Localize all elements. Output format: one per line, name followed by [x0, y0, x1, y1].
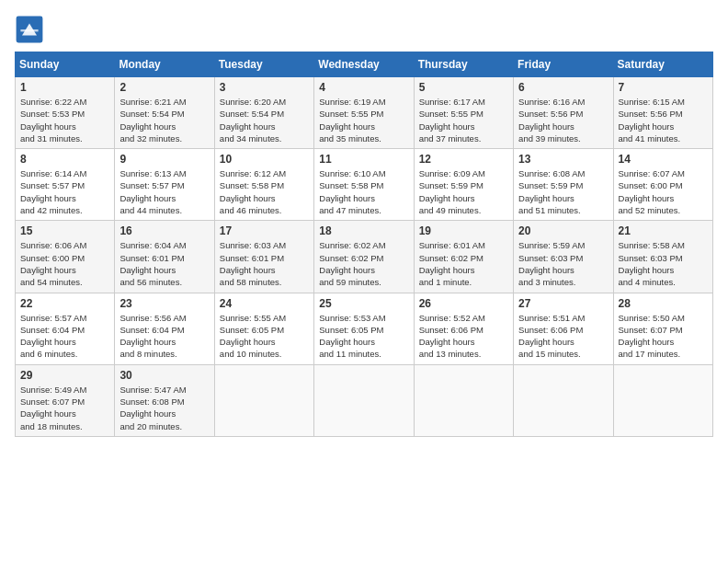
- day-number: 20: [518, 224, 608, 237]
- weekday-header-monday: Monday: [115, 52, 214, 77]
- day-info: Sunrise: 5:51 AMSunset: 6:06 PMDaylight …: [518, 312, 608, 361]
- day-info: Sunrise: 6:09 AMSunset: 5:59 PMDaylight …: [419, 167, 508, 216]
- calendar-cell: 11Sunrise: 6:10 AMSunset: 5:58 PMDayligh…: [314, 149, 414, 221]
- calendar-cell: 18Sunrise: 6:02 AMSunset: 6:02 PMDayligh…: [314, 221, 414, 293]
- day-number: 23: [119, 297, 209, 310]
- calendar-cell: 15Sunrise: 6:06 AMSunset: 6:00 PMDayligh…: [16, 221, 115, 293]
- day-info: Sunrise: 6:17 AMSunset: 5:55 PMDaylight …: [419, 96, 508, 144]
- day-number: 8: [20, 153, 109, 166]
- day-number: 26: [419, 297, 508, 310]
- day-info: Sunrise: 5:53 AMSunset: 6:05 PMDaylight …: [319, 312, 408, 361]
- day-number: 29: [20, 369, 109, 382]
- calendar-cell: 19Sunrise: 6:01 AMSunset: 6:02 PMDayligh…: [414, 221, 513, 293]
- day-number: 10: [220, 153, 309, 166]
- day-number: 15: [20, 224, 109, 237]
- calendar-cell: 28Sunrise: 5:50 AMSunset: 6:07 PMDayligh…: [613, 293, 712, 364]
- day-number: 1: [20, 81, 109, 94]
- calendar-cell: 24Sunrise: 5:55 AMSunset: 6:05 PMDayligh…: [214, 293, 313, 364]
- day-number: 28: [619, 297, 708, 310]
- weekday-header-thursday: Thursday: [414, 52, 513, 77]
- calendar-cell: 20Sunrise: 5:59 AMSunset: 6:03 PMDayligh…: [514, 221, 613, 293]
- page-header: [15, 15, 713, 44]
- day-info: Sunrise: 6:15 AMSunset: 5:56 PMDaylight …: [619, 96, 708, 144]
- calendar-cell: [514, 364, 613, 436]
- day-info: Sunrise: 5:59 AMSunset: 6:03 PMDaylight …: [518, 239, 608, 288]
- day-number: 14: [619, 153, 708, 166]
- day-info: Sunrise: 6:12 AMSunset: 5:58 PMDaylight …: [220, 167, 309, 216]
- calendar-cell: 3Sunrise: 6:20 AMSunset: 5:54 PMDaylight…: [214, 77, 313, 149]
- day-number: 2: [119, 81, 209, 94]
- calendar-cell: 1Sunrise: 6:22 AMSunset: 5:53 PMDaylight…: [16, 77, 115, 149]
- day-info: Sunrise: 6:16 AMSunset: 5:56 PMDaylight …: [518, 96, 608, 144]
- calendar-cell: 2Sunrise: 6:21 AMSunset: 5:54 PMDaylight…: [115, 77, 214, 149]
- day-info: Sunrise: 5:58 AMSunset: 6:03 PMDaylight …: [619, 239, 708, 288]
- day-number: 16: [119, 224, 209, 237]
- calendar-cell: [414, 364, 513, 436]
- day-info: Sunrise: 5:47 AMSunset: 6:08 PMDaylight …: [119, 384, 209, 432]
- day-number: 7: [619, 81, 708, 94]
- day-info: Sunrise: 5:55 AMSunset: 6:05 PMDaylight …: [220, 312, 309, 361]
- calendar-cell: 6Sunrise: 6:16 AMSunset: 5:56 PMDaylight…: [514, 77, 613, 149]
- day-number: 9: [119, 153, 209, 166]
- day-info: Sunrise: 6:01 AMSunset: 6:02 PMDaylight …: [419, 239, 508, 288]
- day-number: 21: [619, 224, 708, 237]
- weekday-header-friday: Friday: [514, 52, 613, 77]
- day-info: Sunrise: 6:13 AMSunset: 5:57 PMDaylight …: [119, 167, 209, 216]
- calendar-cell: [314, 364, 414, 436]
- day-number: 5: [419, 81, 508, 94]
- day-info: Sunrise: 6:04 AMSunset: 6:01 PMDaylight …: [119, 239, 209, 288]
- logo-icon: [15, 15, 44, 44]
- day-info: Sunrise: 6:10 AMSunset: 5:58 PMDaylight …: [319, 167, 408, 216]
- day-info: Sunrise: 5:56 AMSunset: 6:04 PMDaylight …: [119, 312, 209, 361]
- day-info: Sunrise: 5:49 AMSunset: 6:07 PMDaylight …: [20, 384, 109, 432]
- calendar-cell: 16Sunrise: 6:04 AMSunset: 6:01 PMDayligh…: [115, 221, 214, 293]
- day-info: Sunrise: 6:20 AMSunset: 5:54 PMDaylight …: [220, 96, 309, 144]
- calendar-cell: 21Sunrise: 5:58 AMSunset: 6:03 PMDayligh…: [613, 221, 712, 293]
- calendar-cell: 13Sunrise: 6:08 AMSunset: 5:59 PMDayligh…: [514, 149, 613, 221]
- day-number: 13: [518, 153, 608, 166]
- calendar-cell: 12Sunrise: 6:09 AMSunset: 5:59 PMDayligh…: [414, 149, 513, 221]
- calendar-cell: [214, 364, 313, 436]
- day-number: 11: [319, 153, 408, 166]
- calendar-cell: 23Sunrise: 5:56 AMSunset: 6:04 PMDayligh…: [115, 293, 214, 364]
- day-number: 30: [119, 369, 209, 382]
- day-info: Sunrise: 6:08 AMSunset: 5:59 PMDaylight …: [518, 167, 608, 216]
- calendar-table: SundayMondayTuesdayWednesdayThursdayFrid…: [15, 52, 713, 437]
- day-info: Sunrise: 6:19 AMSunset: 5:55 PMDaylight …: [319, 96, 408, 144]
- day-info: Sunrise: 6:06 AMSunset: 6:00 PMDaylight …: [20, 239, 109, 288]
- weekday-header-row: SundayMondayTuesdayWednesdayThursdayFrid…: [16, 52, 713, 77]
- calendar-cell: 17Sunrise: 6:03 AMSunset: 6:01 PMDayligh…: [214, 221, 313, 293]
- day-number: 12: [419, 153, 508, 166]
- day-number: 25: [319, 297, 408, 310]
- day-number: 24: [220, 297, 309, 310]
- day-info: Sunrise: 5:57 AMSunset: 6:04 PMDaylight …: [20, 312, 109, 361]
- week-row-4: 22Sunrise: 5:57 AMSunset: 6:04 PMDayligh…: [16, 293, 713, 364]
- day-info: Sunrise: 6:03 AMSunset: 6:01 PMDaylight …: [220, 239, 309, 288]
- calendar-cell: 27Sunrise: 5:51 AMSunset: 6:06 PMDayligh…: [514, 293, 613, 364]
- day-number: 19: [419, 224, 508, 237]
- day-info: Sunrise: 6:02 AMSunset: 6:02 PMDaylight …: [319, 239, 408, 288]
- day-number: 17: [220, 224, 309, 237]
- weekday-header-tuesday: Tuesday: [214, 52, 313, 77]
- calendar-cell: 10Sunrise: 6:12 AMSunset: 5:58 PMDayligh…: [214, 149, 313, 221]
- calendar-cell: 14Sunrise: 6:07 AMSunset: 6:00 PMDayligh…: [613, 149, 712, 221]
- week-row-5: 29Sunrise: 5:49 AMSunset: 6:07 PMDayligh…: [16, 364, 713, 436]
- weekday-header-saturday: Saturday: [613, 52, 712, 77]
- day-number: 22: [20, 297, 109, 310]
- calendar-cell: [613, 364, 712, 436]
- day-number: 18: [319, 224, 408, 237]
- calendar-cell: 25Sunrise: 5:53 AMSunset: 6:05 PMDayligh…: [314, 293, 414, 364]
- week-row-3: 15Sunrise: 6:06 AMSunset: 6:00 PMDayligh…: [16, 221, 713, 293]
- day-info: Sunrise: 6:22 AMSunset: 5:53 PMDaylight …: [20, 96, 109, 144]
- day-number: 6: [518, 81, 608, 94]
- calendar-cell: 8Sunrise: 6:14 AMSunset: 5:57 PMDaylight…: [16, 149, 115, 221]
- day-number: 3: [220, 81, 309, 94]
- calendar-cell: 22Sunrise: 5:57 AMSunset: 6:04 PMDayligh…: [16, 293, 115, 364]
- day-info: Sunrise: 6:07 AMSunset: 6:00 PMDaylight …: [619, 167, 708, 216]
- calendar-cell: 5Sunrise: 6:17 AMSunset: 5:55 PMDaylight…: [414, 77, 513, 149]
- week-row-1: 1Sunrise: 6:22 AMSunset: 5:53 PMDaylight…: [16, 77, 713, 149]
- week-row-2: 8Sunrise: 6:14 AMSunset: 5:57 PMDaylight…: [16, 149, 713, 221]
- day-info: Sunrise: 5:50 AMSunset: 6:07 PMDaylight …: [619, 312, 708, 361]
- svg-rect-2: [20, 29, 38, 31]
- calendar-cell: 7Sunrise: 6:15 AMSunset: 5:56 PMDaylight…: [613, 77, 712, 149]
